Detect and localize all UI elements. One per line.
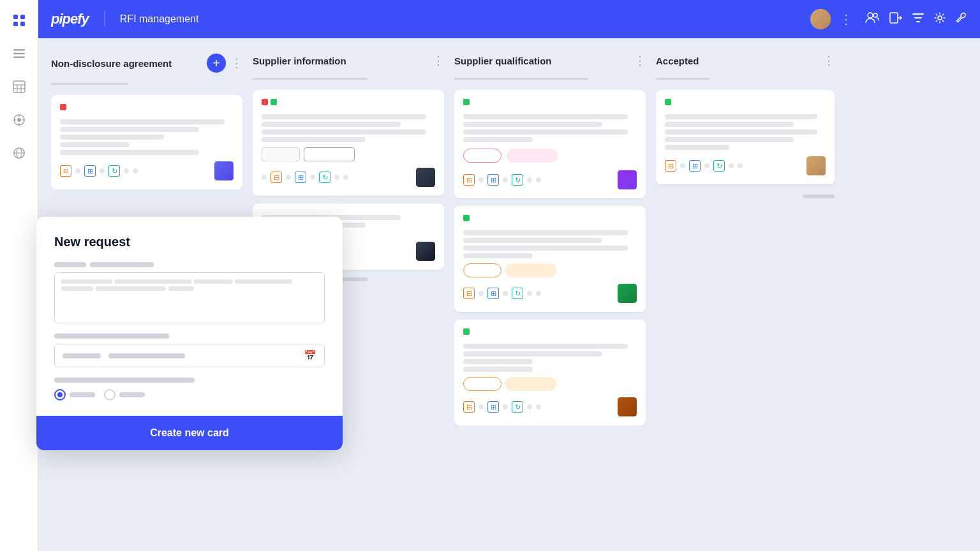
column-menu-icon[interactable]: ⋮: [433, 54, 444, 68]
column-cards: ⊟ ⊞ ↻: [454, 90, 646, 425]
svg-rect-6: [13, 57, 25, 59]
sidebar-item-list[interactable]: [9, 43, 29, 64]
card-badges: [463, 147, 637, 164]
card-assignee-avatar: [416, 168, 435, 187]
form-date-input[interactable]: 📅: [54, 344, 325, 367]
card-line: [262, 137, 366, 142]
card-line: [262, 114, 426, 119]
form-field-label-2: [54, 334, 325, 339]
sidebar-item-automation[interactable]: [9, 110, 29, 130]
card-icon-dot: [536, 177, 541, 182]
more-icon[interactable]: ⋮: [840, 11, 852, 27]
card-line: [463, 359, 533, 364]
user-avatar[interactable]: [810, 9, 831, 29]
card-line: [463, 367, 533, 372]
card-line: [262, 129, 426, 135]
pipefy-logo: pipefy: [51, 11, 89, 27]
card-icon-orange[interactable]: ⊟: [665, 160, 676, 172]
card-icon-dot2: [100, 168, 105, 173]
column-add-button[interactable]: +: [207, 54, 226, 73]
card-icon-refresh[interactable]: ↻: [108, 165, 120, 177]
sidebar-item-grid[interactable]: [9, 10, 29, 31]
wrench-icon[interactable]: [956, 12, 967, 26]
card-icon-link[interactable]: ⊞: [84, 165, 96, 177]
column-menu-icon[interactable]: ⋮: [634, 54, 646, 68]
card-badge-orange-outline: [463, 263, 501, 277]
card-icon-teal[interactable]: ↻: [512, 401, 523, 413]
card-icon-teal[interactable]: ↻: [512, 174, 523, 186]
form-textarea[interactable]: [54, 272, 325, 323]
card-icon-dot4: [133, 168, 138, 173]
textarea-chunk: [61, 286, 93, 291]
svg-rect-23: [890, 13, 898, 23]
card-dots: [463, 99, 637, 110]
card-icon-dot: [536, 404, 541, 409]
card-line: [60, 142, 130, 147]
main-content: pipefy RFI management ⋮: [38, 0, 980, 551]
card-dots: [665, 99, 826, 110]
settings-icon[interactable]: [934, 12, 946, 26]
calendar-icon[interactable]: 📅: [304, 349, 316, 362]
card-footer: ⊟ ⊞ ↻: [463, 170, 637, 189]
logo-text: pipefy: [51, 11, 89, 27]
card-assignee-avatar: [214, 161, 234, 180]
card-icon-orange[interactable]: ⊟: [463, 288, 475, 299]
card-icon-dot3: [124, 168, 129, 173]
card-icon-dot: [503, 404, 508, 409]
card-icon-orange[interactable]: ⊟: [463, 401, 475, 413]
card-dot-green: [665, 99, 671, 105]
card-badge-2: [304, 147, 355, 161]
filter-icon[interactable]: [912, 12, 924, 26]
card-action-icons: ⊟ ⊞ ↻: [262, 172, 348, 183]
card-action-icons: ⊟ ⊞ ↻: [463, 174, 541, 186]
label-chunk: [54, 334, 169, 339]
radio-inactive-icon: [104, 389, 115, 400]
card-icon-dot: [343, 175, 348, 180]
radio-option-2[interactable]: [104, 389, 145, 400]
card-icon-teal[interactable]: ↻: [713, 160, 725, 172]
card-line: [665, 145, 729, 150]
card-dots: [463, 215, 637, 226]
radio-option-1[interactable]: [54, 389, 95, 400]
svg-point-24: [938, 16, 942, 20]
card-icon-blue[interactable]: ⊞: [689, 160, 701, 172]
column-title-accepted: Accepted: [656, 55, 818, 66]
card-icon-blue[interactable]: ⊞: [487, 288, 499, 299]
card-icon-attachment[interactable]: ⊟: [60, 165, 71, 177]
card-icon-dot: [479, 404, 484, 409]
card-line: [665, 122, 794, 127]
create-card-button[interactable]: Create new card: [38, 416, 343, 450]
people-icon[interactable]: [865, 12, 879, 27]
card-icon-blue[interactable]: ⊞: [487, 401, 499, 413]
card-icon-dot1: [75, 168, 80, 173]
card-icon-dot: [536, 291, 541, 296]
card-line: [463, 137, 533, 142]
textarea-chunk: [115, 279, 191, 284]
column-menu-icon[interactable]: ⋮: [231, 56, 242, 70]
card-line: [60, 127, 199, 132]
card-icon-orange[interactable]: ⊟: [463, 174, 475, 186]
card-badge-orange-fill: [505, 377, 556, 391]
column-header-supplier-qual: Supplier qualification ⋮: [454, 51, 646, 70]
card-icon-orange[interactable]: ⊟: [271, 172, 282, 183]
sidebar-item-globe[interactable]: [9, 143, 29, 163]
card-icon-blue[interactable]: ⊞: [295, 172, 306, 183]
sidebar-item-table[interactable]: [9, 77, 29, 97]
card-icon-dot: [527, 404, 532, 409]
card-icon-teal[interactable]: ↻: [319, 172, 330, 183]
card-icon-teal[interactable]: ↻: [512, 288, 523, 299]
column-menu-icon[interactable]: ⋮: [823, 54, 835, 68]
card-dot-red: [60, 104, 66, 110]
card-icon-blue[interactable]: ⊞: [487, 174, 499, 186]
form-radio-label: [54, 378, 325, 383]
enter-icon[interactable]: [889, 12, 902, 26]
card-badge-orange-outline: [463, 377, 501, 391]
column-progress-bar: [656, 78, 709, 80]
card-icon-dot: [527, 291, 532, 296]
card-line: [463, 230, 628, 235]
radio-label: [70, 392, 95, 397]
card-footer: ⊟ ⊞ ↻: [463, 397, 637, 416]
card-1: ⊟ ⊞ ↻: [51, 95, 242, 189]
card-line: [60, 150, 199, 155]
card-line: [665, 129, 817, 135]
